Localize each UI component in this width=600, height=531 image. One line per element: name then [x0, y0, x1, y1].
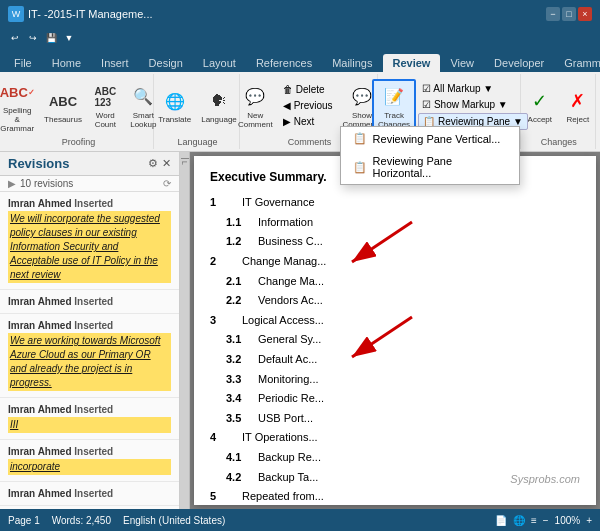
tab-home[interactable]: Home — [42, 54, 91, 72]
accept-icon: ✓ — [526, 87, 554, 115]
toc-label-5: Repeated from... — [242, 488, 324, 506]
ruler-mark — [181, 158, 189, 159]
toc-num-1-2: 1.2 — [226, 233, 254, 251]
translate-button[interactable]: 🌐 Translate — [154, 85, 195, 126]
toc-num-1-1: 1.1 — [226, 214, 254, 232]
tab-references[interactable]: References — [246, 54, 322, 72]
revisions-panel-title: Revisions — [8, 156, 69, 171]
tab-file[interactable]: File — [4, 54, 42, 72]
next-comment-button[interactable]: ▶ Next — [279, 114, 337, 129]
reviewing-pane-vertical-option[interactable]: 📋 Reviewing Pane Vertical... — [341, 127, 519, 150]
translate-icon: 🌐 — [161, 87, 189, 115]
tab-insert[interactable]: Insert — [91, 54, 139, 72]
toc-label-4: IT Operations... — [242, 429, 318, 447]
panel-close-icon[interactable]: ✕ — [162, 157, 171, 170]
new-comment-label: NewComment — [238, 111, 273, 129]
language-icon: 🗣 — [205, 87, 233, 115]
language-group-label: Language — [177, 137, 217, 147]
revision-item-2[interactable]: Imran Ahmed Inserted — [0, 290, 179, 314]
spelling-grammar-button[interactable]: ABC✓ Spelling &Grammar — [0, 76, 39, 135]
prev-comment-button[interactable]: ◀ Previous — [279, 98, 337, 113]
toc-label-1-1: Information — [258, 214, 313, 232]
ribbon-group-changes: ✓ Accept ✗ Reject Changes — [523, 74, 596, 149]
toc-label-3: Logical Access... — [242, 312, 324, 330]
revision-item-4[interactable]: Imran Ahmed Inserted III — [0, 398, 179, 440]
track-changes-button[interactable]: 📝 TrackChanges — [372, 79, 416, 133]
toc-num-1: 1 — [210, 194, 238, 212]
qa-redo-icon[interactable]: ↪ — [26, 31, 40, 45]
toc-label-2-2: Vendors Ac... — [258, 292, 323, 310]
toc-num-3-4: 3.4 — [226, 390, 254, 408]
close-button[interactable]: × — [578, 7, 592, 21]
toc-item-1-2: 1.2 Business C... — [210, 232, 580, 252]
panel-settings-icon[interactable]: ⚙ — [148, 157, 158, 170]
toc-label-1: IT Governance — [242, 194, 315, 212]
revision-item-6[interactable]: Imran Ahmed Inserted — [0, 482, 179, 506]
revision-action-4: Inserted — [74, 404, 113, 415]
wordcount-label: WordCount — [95, 111, 116, 129]
new-comment-icon: 💬 — [241, 83, 269, 111]
revisions-panel-header: Revisions ⚙ ✕ — [0, 152, 179, 176]
toc-label-4-1: Backup Re... — [258, 449, 321, 467]
toc-num-4-2: 4.2 — [226, 469, 254, 487]
toc-item-2: 2 Change Manag... — [210, 252, 580, 272]
word-icon: W — [8, 6, 24, 22]
toc-num-3: 3 — [210, 312, 238, 330]
wordcount-button[interactable]: ABC123 WordCount — [87, 81, 123, 131]
toc-item-3-3: 3.3 Monitoring... — [210, 370, 580, 390]
new-comment-button[interactable]: 💬 NewComment — [234, 81, 277, 131]
delete-comment-button[interactable]: 🗑 Delete — [279, 82, 337, 97]
revision-action-3: Inserted — [74, 320, 113, 331]
tab-grammarly[interactable]: Grammarly — [554, 54, 600, 72]
all-markup-button[interactable]: ☑ All Markup ▼ — [418, 81, 528, 96]
track-changes-icon: 📝 — [380, 83, 408, 111]
revisions-panel: Revisions ⚙ ✕ ▶ 10 revisions ⟳ Imran Ahm… — [0, 152, 180, 509]
maximize-button[interactable]: □ — [562, 7, 576, 21]
revision-item-7[interactable]: Imran Ahmed Inserted — [0, 506, 179, 509]
qa-save-icon[interactable]: 💾 — [44, 31, 58, 45]
reject-icon: ✗ — [564, 87, 592, 115]
changes-buttons: ✓ Accept ✗ Reject — [522, 76, 596, 135]
revision-action-5: Inserted — [74, 446, 113, 457]
spelling-label: Spelling &Grammar — [0, 106, 35, 133]
toc-label-2: Change Manag... — [242, 253, 326, 271]
tab-design[interactable]: Design — [139, 54, 193, 72]
title-bar-left: W IT- -2015-IT Manageme... — [8, 6, 153, 22]
tab-layout[interactable]: Layout — [193, 54, 246, 72]
revision-author-2: Imran Ahmed Inserted — [8, 296, 171, 307]
window-controls[interactable]: − □ × — [546, 7, 592, 21]
reviewing-pane-horizontal-option[interactable]: 📋 Reviewing Pane Horizontal... — [341, 150, 519, 184]
horizontal-label: Reviewing Pane Horizontal... — [373, 155, 507, 179]
view-mode-print[interactable]: 📄 — [495, 515, 507, 526]
zoom-in-button[interactable]: + — [586, 515, 592, 526]
zoom-out-button[interactable]: − — [543, 515, 549, 526]
toc-num-3-2: 3.2 — [226, 351, 254, 369]
tab-review[interactable]: Review — [383, 54, 441, 72]
view-mode-web[interactable]: 🌐 — [513, 515, 525, 526]
reject-button[interactable]: ✗ Reject — [560, 85, 596, 126]
watermark: Sysprobs.com — [510, 471, 580, 489]
revision-item-3[interactable]: Imran Ahmed Inserted We are working towa… — [0, 314, 179, 398]
smartlookup-icon: 🔍 — [129, 83, 157, 111]
ribbon-group-language: 🌐 Translate 🗣 Language Language — [156, 74, 240, 149]
qa-options-icon[interactable]: ▼ — [62, 31, 76, 45]
revision-item-5[interactable]: Imran Ahmed Inserted incorporate — [0, 440, 179, 482]
status-page: Page 1 — [8, 515, 40, 526]
ribbon-group-proofing: ABC✓ Spelling &Grammar ABC Thesaurus ABC… — [4, 74, 154, 149]
sort-icon[interactable]: ⟳ — [163, 178, 171, 189]
accept-label: Accept — [528, 115, 552, 124]
tab-view[interactable]: View — [440, 54, 484, 72]
minimize-button[interactable]: − — [546, 7, 560, 21]
show-markup-button[interactable]: ☑ Show Markup ▼ — [418, 97, 528, 112]
view-mode-outline[interactable]: ≡ — [531, 515, 537, 526]
tab-mailings[interactable]: Mailings — [322, 54, 382, 72]
toc-item-4: 4 IT Operations... — [210, 428, 580, 448]
tab-developer[interactable]: Developer — [484, 54, 554, 72]
thesaurus-button[interactable]: ABC Thesaurus — [41, 85, 86, 126]
toc-label-3-2: Default Ac... — [258, 351, 317, 369]
revision-item-1[interactable]: Imran Ahmed Inserted We will incorporate… — [0, 192, 179, 290]
changes-group-label: Changes — [541, 137, 577, 147]
revision-action-2: Inserted — [74, 296, 113, 307]
toc-num-4-1: 4.1 — [226, 449, 254, 467]
qa-undo-icon[interactable]: ↩ — [8, 31, 22, 45]
